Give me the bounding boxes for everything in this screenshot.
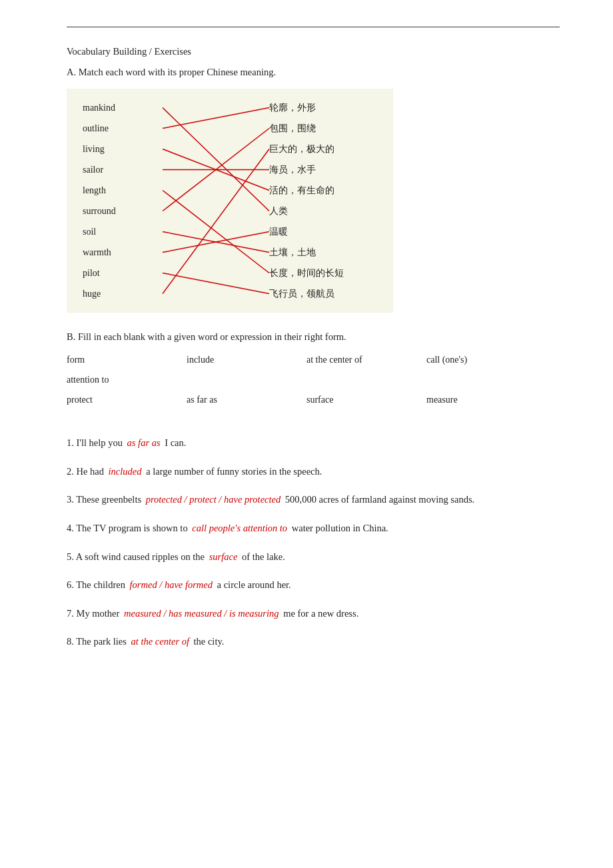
sentence-text: 4. The TV program is shown to [67,523,190,533]
svg-line-7 [163,232,269,253]
bank-word-attention: attention to [67,375,187,385]
sentence-1: 1. I'll help you as far as I can. [67,435,560,451]
word-item: warmth [83,245,163,259]
words-column: mankindoutlinelivingsailorlengthsurround… [83,101,163,301]
bank-word-measure: measure [426,395,546,405]
word-item: living [83,142,163,156]
svg-line-8 [163,273,269,294]
word-bank-row-2: attention to [67,375,560,385]
sentence-text: 6. The children [67,579,128,590]
answer-text: at the center of [131,636,189,647]
top-divider [67,27,560,27]
answer-text: protected / protect / have protected [146,494,281,505]
sentence-text: 8. The park lies [67,636,129,647]
svg-line-0 [163,108,269,211]
answer-text: measured / has measured / is measuring [124,608,279,619]
sentence-text: the city. [191,636,224,647]
sentence-text: 3. These greenbelts [67,494,144,505]
word-item: surround [83,204,163,218]
sentences-section: 1. I'll help you as far as I can.2. He h… [67,435,560,650]
meaning-item: 轮廓，外形 [269,101,344,115]
sentence-text: a large number of funny stories in the s… [144,466,322,477]
part-a-header: A. Match each word with its proper Chine… [67,67,560,78]
sentence-5: 5. A soft wind caused ripples on the sur… [67,549,560,565]
word-item: length [83,183,163,197]
svg-line-2 [163,149,269,191]
sentence-6: 6. The children formed / have formed a c… [67,577,560,593]
sentence-8: 8. The park lies at the center of the ci… [67,633,560,650]
word-item: mankind [83,101,163,115]
bank-word-call: call (one's) [426,355,546,365]
meaning-item: 包围，围绕 [269,121,344,135]
svg-line-4 [163,191,269,273]
sentence-3: 3. These greenbelts protected / protect … [67,491,560,508]
svg-line-1 [163,108,269,129]
bank-word-protect: protect [67,395,187,405]
svg-line-9 [163,149,269,294]
word-bank: form include at the center of call (one'… [67,355,560,415]
bank-word-surface: surface [306,395,426,405]
meanings-column: 轮廓，外形包围，围绕巨大的，极大的海员，水手活的，有生命的人类温暖土壤，土地长度… [269,101,344,301]
sentence-text: water pollution in China. [289,523,388,533]
sentence-text: I can. [163,437,187,448]
answer-text: included [109,466,142,477]
bank-word-at-center: at the center of [306,355,426,365]
sentence-text: 500,000 acres of farmland against moving… [283,494,474,505]
meaning-item: 巨大的，极大的 [269,142,344,156]
svg-line-6 [163,232,269,253]
bank-word-as-far: as far as [187,395,306,405]
word-bank-row-3: protect as far as surface measure [67,395,560,405]
word-item: sailor [83,163,163,177]
sentence-text: 7. My mother [67,608,122,619]
meaning-item: 海员，水手 [269,163,344,177]
sentence-text: of the lake. [239,551,285,562]
word-item: outline [83,121,163,135]
answer-text: as far as [127,437,161,448]
matching-exercise: mankindoutlinelivingsailorlengthsurround… [67,89,393,313]
sentence-2: 2. He had included a large number of fun… [67,463,560,480]
meaning-item: 活的，有生命的 [269,183,344,197]
meaning-item: 土壤，土地 [269,245,344,259]
word-bank-row-1: form include at the center of call (one'… [67,355,560,365]
answer-text: call people's attention to [192,523,287,533]
meaning-item: 长度，时间的长短 [269,266,344,280]
answer-text: surface [209,551,238,562]
meaning-item: 飞行员，领航员 [269,287,344,301]
word-item: huge [83,287,163,301]
answer-text: formed / have formed [130,579,213,590]
sentence-text: 1. I'll help you [67,437,125,448]
meaning-item: 温暖 [269,225,344,239]
word-item: pilot [83,266,163,280]
sentence-4: 4. The TV program is shown to call peopl… [67,520,560,537]
sentence-text: 5. A soft wind caused ripples on the [67,551,207,562]
sentence-text: me for a new dress. [281,608,359,619]
sentence-7: 7. My mother measured / has measured / i… [67,605,560,622]
meaning-item: 人类 [269,204,344,218]
bank-word-include: include [187,355,306,365]
bank-word-form: form [67,355,187,365]
sentence-text: 2. He had [67,466,107,477]
svg-line-5 [163,129,269,211]
word-item: soil [83,225,163,239]
sentence-text: a circle around her. [215,579,291,590]
section-title: Vocabulary Building / Exercises [67,46,560,57]
part-b-header: B. Fill in each blank with a given word … [67,331,560,343]
